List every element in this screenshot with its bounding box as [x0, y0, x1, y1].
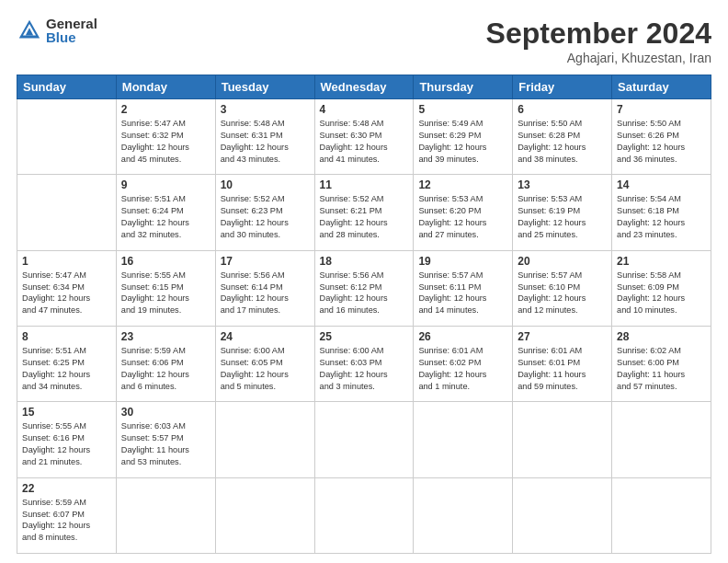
- cell-line: Sunrise: 5:48 AM: [221, 118, 310, 130]
- cell-line: Sunrise: 5:59 AM: [22, 497, 111, 509]
- cell-line: and 36 minutes.: [617, 154, 706, 166]
- cell-line: Sunrise: 6:02 AM: [617, 345, 706, 357]
- cell-line: Daylight: 12 hours: [617, 217, 706, 229]
- day-number: 19: [418, 255, 507, 268]
- cell-line: Sunset: 6:20 PM: [418, 205, 507, 217]
- table-row: [612, 402, 711, 477]
- day-number: 30: [121, 406, 210, 419]
- calendar: Sunday Monday Tuesday Wednesday Thursday…: [17, 75, 711, 554]
- table-row: [314, 402, 414, 477]
- cell-line: Sunset: 6:29 PM: [418, 130, 507, 142]
- cell-line: Sunset: 6:32 PM: [121, 130, 210, 142]
- cell-line: Sunset: 6:00 PM: [617, 357, 706, 369]
- table-row: 21Sunrise: 5:58 AMSunset: 6:09 PMDayligh…: [612, 250, 711, 326]
- cell-line: and 23 minutes.: [617, 229, 706, 241]
- cell-line: Daylight: 12 hours: [418, 293, 507, 304]
- header: General Blue September 2024 Aghajari, Kh…: [17, 17, 711, 65]
- table-row: [513, 402, 612, 477]
- cell-line: Sunset: 6:03 PM: [320, 357, 409, 369]
- cell-line: Daylight: 12 hours: [121, 142, 210, 154]
- table-row: 28Sunrise: 6:02 AMSunset: 6:00 PMDayligh…: [612, 326, 711, 401]
- cell-line: Sunrise: 6:00 AM: [221, 345, 310, 357]
- table-row: [17, 99, 117, 175]
- cell-content: Sunrise: 6:01 AMSunset: 6:01 PMDaylight:…: [518, 345, 607, 393]
- cell-line: Sunset: 6:01 PM: [518, 357, 607, 369]
- table-row: 6Sunrise: 5:50 AMSunset: 6:28 PMDaylight…: [513, 99, 612, 175]
- calendar-row: 8Sunrise: 5:51 AMSunset: 6:25 PMDaylight…: [17, 326, 711, 401]
- table-row: [314, 477, 414, 553]
- cell-content: Sunrise: 6:00 AMSunset: 6:05 PMDaylight:…: [221, 345, 310, 393]
- cell-line: and 47 minutes.: [22, 304, 111, 316]
- cell-line: Daylight: 12 hours: [518, 142, 607, 154]
- table-row: 15Sunrise: 5:55 AMSunset: 6:16 PMDayligh…: [17, 402, 117, 477]
- day-number: 25: [320, 330, 409, 343]
- calendar-row: 1Sunrise: 5:47 AMSunset: 6:34 PMDaylight…: [17, 250, 711, 326]
- cell-line: Daylight: 12 hours: [320, 217, 409, 229]
- cell-line: Daylight: 12 hours: [418, 217, 507, 229]
- cell-line: and 12 minutes.: [518, 304, 607, 316]
- cell-line: Sunset: 6:15 PM: [121, 282, 210, 293]
- cell-line: and 41 minutes.: [320, 154, 409, 166]
- calendar-header-row: Sunday Monday Tuesday Wednesday Thursday…: [17, 75, 711, 99]
- day-number: 12: [418, 178, 507, 191]
- day-number: 26: [418, 330, 507, 343]
- cell-line: and 25 minutes.: [518, 229, 607, 241]
- header-wednesday: Wednesday: [314, 75, 414, 99]
- table-row: 1Sunrise: 5:47 AMSunset: 6:34 PMDaylight…: [17, 250, 117, 326]
- cell-line: Sunset: 6:06 PM: [121, 357, 210, 369]
- cell-line: Daylight: 12 hours: [320, 142, 409, 154]
- month-title: September 2024: [486, 17, 711, 51]
- cell-line: Sunrise: 5:59 AM: [121, 345, 210, 357]
- table-row: [414, 402, 513, 477]
- day-number: 20: [518, 255, 607, 268]
- table-row: [215, 477, 314, 553]
- cell-line: Sunset: 6:26 PM: [617, 130, 706, 142]
- cell-line: and 53 minutes.: [121, 456, 210, 468]
- cell-line: Sunset: 6:34 PM: [22, 282, 111, 293]
- cell-line: Sunset: 5:57 PM: [121, 432, 210, 444]
- cell-line: Daylight: 12 hours: [418, 369, 507, 381]
- cell-line: Sunrise: 5:53 AM: [418, 193, 507, 205]
- cell-content: Sunrise: 5:49 AMSunset: 6:29 PMDaylight:…: [418, 118, 507, 166]
- table-row: 3Sunrise: 5:48 AMSunset: 6:31 PMDaylight…: [215, 99, 314, 175]
- table-row: 5Sunrise: 5:49 AMSunset: 6:29 PMDaylight…: [414, 99, 513, 175]
- cell-line: Daylight: 12 hours: [22, 293, 111, 304]
- table-row: [414, 477, 513, 553]
- cell-line: and 5 minutes.: [221, 381, 310, 393]
- cell-content: Sunrise: 5:52 AMSunset: 6:21 PMDaylight:…: [320, 193, 409, 241]
- cell-line: Sunrise: 5:51 AM: [121, 193, 210, 205]
- table-row: 4Sunrise: 5:48 AMSunset: 6:30 PMDaylight…: [314, 99, 414, 175]
- table-row: 30Sunrise: 6:03 AMSunset: 5:57 PMDayligh…: [116, 402, 215, 477]
- table-row: [17, 175, 117, 250]
- table-row: 12Sunrise: 5:53 AMSunset: 6:20 PMDayligh…: [414, 175, 513, 250]
- day-number: 1: [22, 255, 111, 268]
- cell-line: and 34 minutes.: [22, 381, 111, 393]
- cell-line: Daylight: 11 hours: [518, 369, 607, 381]
- table-row: 9Sunrise: 5:51 AMSunset: 6:24 PMDaylight…: [116, 175, 215, 250]
- cell-line: Sunrise: 5:52 AM: [320, 193, 409, 205]
- cell-line: Daylight: 12 hours: [121, 293, 210, 304]
- cell-content: Sunrise: 5:47 AMSunset: 6:34 PMDaylight:…: [22, 270, 111, 317]
- cell-line: Sunrise: 5:58 AM: [617, 270, 706, 282]
- logo-blue-text: Blue: [46, 30, 97, 44]
- day-number: 16: [121, 255, 210, 268]
- header-tuesday: Tuesday: [215, 75, 314, 99]
- cell-line: Daylight: 12 hours: [617, 293, 706, 304]
- cell-line: Daylight: 12 hours: [22, 520, 111, 532]
- calendar-row: 2Sunrise: 5:47 AMSunset: 6:32 PMDaylight…: [17, 99, 711, 175]
- table-row: [116, 477, 215, 553]
- cell-line: Daylight: 12 hours: [617, 142, 706, 154]
- cell-content: Sunrise: 5:51 AMSunset: 6:24 PMDaylight:…: [121, 193, 210, 241]
- table-row: 7Sunrise: 5:50 AMSunset: 6:26 PMDaylight…: [612, 99, 711, 175]
- cell-content: Sunrise: 5:54 AMSunset: 6:18 PMDaylight:…: [617, 193, 706, 241]
- day-number: 21: [617, 255, 706, 268]
- cell-line: Sunset: 6:23 PM: [221, 205, 310, 217]
- cell-content: Sunrise: 5:53 AMSunset: 6:19 PMDaylight:…: [518, 193, 607, 241]
- cell-line: Sunset: 6:18 PM: [617, 205, 706, 217]
- cell-line: Sunrise: 5:55 AM: [121, 270, 210, 282]
- cell-line: Sunrise: 5:53 AM: [518, 193, 607, 205]
- calendar-row: 9Sunrise: 5:51 AMSunset: 6:24 PMDaylight…: [17, 175, 711, 250]
- cell-content: Sunrise: 5:57 AMSunset: 6:10 PMDaylight:…: [518, 270, 607, 317]
- day-number: 14: [617, 178, 706, 191]
- table-row: 25Sunrise: 6:00 AMSunset: 6:03 PMDayligh…: [314, 326, 414, 401]
